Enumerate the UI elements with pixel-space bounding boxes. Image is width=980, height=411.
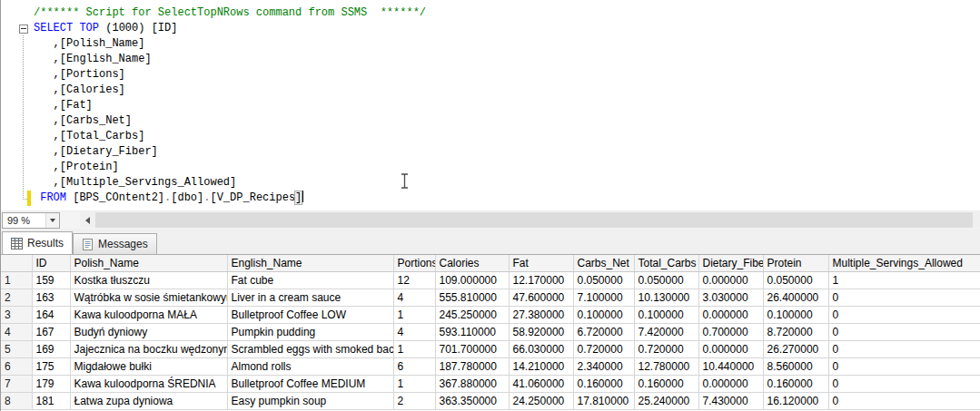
grid-cell[interactable]: 0 [828,340,980,357]
grid-cell[interactable]: Łatwa zupa dyniowa [70,392,227,409]
grid-cell[interactable]: 14.210000 [509,357,573,375]
grid-cell[interactable]: Easy pumpkin soup [227,392,393,409]
grid-cell[interactable]: 2.340000 [573,357,634,375]
grid-cell[interactable]: 0.160000 [763,375,828,392]
row-number[interactable]: 3 [1,306,32,323]
column-header[interactable]: Dietary_Fiber [698,255,763,271]
code-line[interactable]: ,[English_Name] [34,52,426,67]
grid-cell[interactable]: 167 [32,323,70,340]
code-line[interactable]: ,[Dietary_Fiber] [34,144,426,160]
grid-cell[interactable]: 0.100000 [573,306,634,323]
grid-cell[interactable]: 0 [828,357,980,375]
grid-cell[interactable]: 1 [393,306,435,323]
grid-cell[interactable]: 245.250000 [435,306,509,323]
row-number[interactable]: 5 [1,340,32,357]
column-header[interactable]: English_Name [227,255,393,271]
grid-cell[interactable]: 367.880000 [435,375,509,392]
grid-corner-cell[interactable] [1,255,32,271]
grid-cell[interactable]: Kawa kuloodporna ŚREDNIA [70,375,227,392]
grid-cell[interactable]: 0.050000 [573,271,634,289]
grid-cell[interactable]: 27.380000 [509,306,573,323]
grid-cell[interactable]: 41.060000 [509,375,573,392]
zoom-combo[interactable]: 99 % [2,212,60,229]
column-header[interactable]: Carbs_Net [573,255,634,271]
grid-cell[interactable]: 25.240000 [634,392,698,409]
column-header[interactable]: ID [32,255,70,271]
grid-cell[interactable]: 8.560000 [763,357,828,375]
grid-cell[interactable]: 1 [828,271,980,289]
grid-cell[interactable]: 0 [828,306,980,323]
grid-cell[interactable]: 181 [32,392,70,409]
grid-cell[interactable]: 0 [828,375,980,392]
grid-cell[interactable]: 7.420000 [634,323,698,340]
scrollbar-track[interactable] [95,212,980,228]
grid-cell[interactable]: 3.030000 [698,289,763,306]
grid-cell[interactable]: 4 [393,323,435,340]
grid-cell[interactable]: 7.100000 [573,289,634,306]
grid-cell[interactable]: 2 [393,392,435,409]
grid-cell[interactable]: 0.720000 [573,340,634,357]
grid-cell[interactable]: Budyń dyniowy [70,323,227,340]
code-line[interactable]: ,[Portions] [34,67,426,83]
fold-collapse-button[interactable] [19,24,28,34]
column-header[interactable]: Total_Carbs [634,255,698,271]
grid-cell[interactable]: 8.720000 [763,323,828,340]
column-header[interactable]: Portions [393,255,435,271]
grid-cell[interactable]: 109.000000 [435,271,509,289]
grid-cell[interactable]: 0 [828,323,980,340]
grid-cell[interactable]: 47.600000 [509,289,573,306]
grid-cell[interactable]: Jajecznica na boczku wędzonym [70,340,227,357]
code-line[interactable]: ,[Protein] [34,160,426,175]
grid-cell[interactable]: 10.440000 [698,357,763,375]
row-number[interactable]: 6 [1,357,32,375]
row-number[interactable]: 7 [1,375,32,392]
grid-cell[interactable]: 0.000000 [698,271,763,289]
grid-cell[interactable]: 0.000000 [698,375,763,392]
grid-cell[interactable]: 0.000000 [698,340,763,357]
grid-cell[interactable]: 159 [32,271,70,289]
code-line[interactable]: ,[Multiple_Servings_Allowed] [34,175,426,191]
grid-cell[interactable]: 1 [393,375,435,392]
grid-cell[interactable]: Fat cube [227,271,393,289]
grid-cell[interactable]: 26.400000 [763,289,828,306]
grid-cell[interactable]: 0.000000 [698,306,763,323]
column-header[interactable]: Polish_Name [70,255,227,271]
code-line[interactable]: ,[Polish_Name] [34,36,426,52]
column-header[interactable]: Multiple_Servings_Allowed [828,255,980,271]
grid-cell[interactable]: 0 [828,392,980,409]
zoom-dropdown-button[interactable] [45,213,59,228]
grid-cell[interactable]: Almond rolls [227,357,393,375]
grid-cell[interactable]: 66.030000 [509,340,573,357]
grid-cell[interactable]: 0.100000 [634,306,698,323]
grid-cell[interactable]: 6.720000 [573,323,634,340]
grid-cell[interactable]: Migdałowe bułki [70,357,227,375]
code-area[interactable]: /****** Script for SelectTopNRows comman… [34,5,426,206]
grid-cell[interactable]: 0.160000 [634,375,698,392]
code-line[interactable]: /****** Script for SelectTopNRows comman… [34,5,426,21]
grid-cell[interactable]: 363.350000 [435,392,509,409]
grid-cell[interactable]: 555.810000 [435,289,509,306]
grid-cell[interactable]: Kostka tłuszczu [70,271,227,289]
grid-cell[interactable]: 58.920000 [509,323,573,340]
grid-cell[interactable]: 10.130000 [634,289,698,306]
code-line[interactable]: ,[Total_Carbs] [34,129,426,144]
grid-cell[interactable]: 0.720000 [634,340,698,357]
grid-cell[interactable]: Liver in a cream sauce [227,289,393,306]
column-header[interactable]: Calories [435,255,509,271]
grid-cell[interactable]: 0.700000 [698,323,763,340]
grid-cell[interactable]: 0.100000 [763,306,828,323]
grid-cell[interactable]: 26.270000 [763,340,828,357]
grid-cell[interactable]: 16.120000 [763,392,828,409]
grid-cell[interactable]: 1 [393,340,435,357]
grid-cell[interactable]: 169 [32,340,70,357]
row-number[interactable]: 1 [1,271,32,289]
grid-cell[interactable]: 0 [828,289,980,306]
grid-cell[interactable]: 187.780000 [435,357,509,375]
grid-cell[interactable]: 4 [393,289,435,306]
grid-cell[interactable]: Bulletproof Coffee LOW [227,306,393,323]
grid-cell[interactable]: 164 [32,306,70,323]
row-number[interactable]: 4 [1,323,32,340]
grid-cell[interactable]: Bulletproof Coffee MEDIUM [227,375,393,392]
column-header[interactable]: Protein [763,255,828,271]
grid-cell[interactable]: 593.110000 [435,323,509,340]
